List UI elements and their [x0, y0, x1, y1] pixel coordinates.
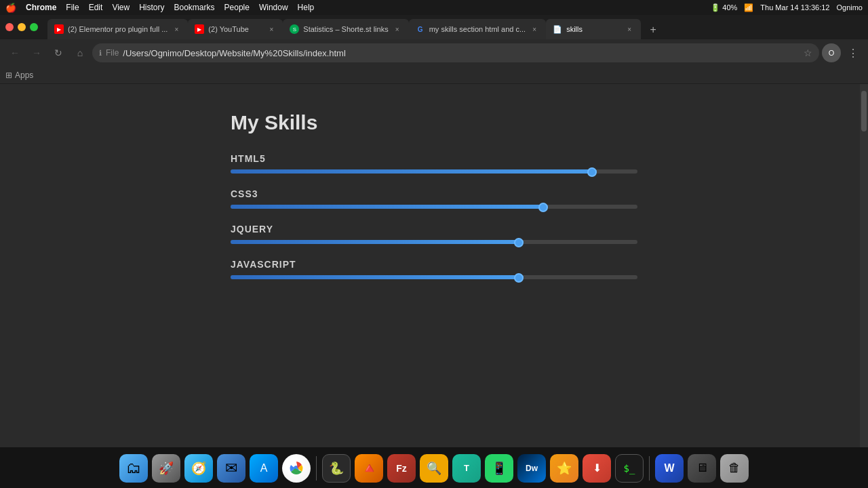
dock-item-launchpad[interactable]: 🚀	[152, 454, 180, 483]
menu-bookmarks[interactable]: Bookmarks	[174, 3, 215, 12]
page-inner: My Skills HTML5CSS3JQUERYJAVASCRIPT	[231, 111, 637, 279]
reload-button[interactable]: ↻	[49, 43, 68, 62]
dock-item-finderon[interactable]: 🔍	[420, 454, 448, 483]
skill-name-html5: HTML5	[231, 153, 637, 164]
tab-skills-active[interactable]: 📄 skills ×	[546, 19, 641, 39]
dock-item-filezilla[interactable]: Fz	[387, 454, 416, 483]
scrollbar[interactable]	[860, 84, 868, 447]
menu-edit[interactable]: Edit	[89, 3, 103, 12]
page-content: My Skills HTML5CSS3JQUERYJAVASCRIPT	[0, 84, 868, 447]
skill-item-html5: HTML5	[231, 153, 637, 174]
skill-bar-fill-html5	[231, 169, 597, 174]
dock-item-finder[interactable]: 🗂	[119, 454, 148, 483]
traffic-lights	[5, 23, 38, 31]
tab-favicon-yt1: ▶	[54, 24, 64, 34]
dock-item-chrome[interactable]	[282, 454, 311, 483]
dock-item-mail[interactable]: ✉	[217, 454, 245, 483]
protocol-label: File	[106, 48, 119, 58]
bookmarks-bar: ⊞ Apps	[0, 66, 868, 84]
security-icon: ℹ	[99, 49, 102, 58]
apps-label[interactable]: Apps	[15, 70, 33, 80]
dock-item-dreamweaver[interactable]: Dw	[517, 454, 546, 483]
tab-statistics[interactable]: S Statistics – Shorte.st links ×	[283, 19, 408, 39]
tab-close-elementor[interactable]: ×	[172, 24, 181, 34]
bookmark-star-icon[interactable]: ☆	[804, 47, 812, 58]
menu-chrome[interactable]: Chrome	[26, 3, 56, 12]
skill-item-javascript: JAVASCRIPT	[231, 259, 637, 279]
menu-bar-left: 🍎 Chrome File Edit View History Bookmark…	[5, 3, 700, 13]
home-button[interactable]: ⌂	[71, 43, 90, 62]
tab-close-myskills-google[interactable]: ×	[530, 24, 539, 34]
dock-item-torrent[interactable]: ⬇	[583, 454, 611, 483]
chrome-window: ▶ (2) Elementor pro plugin full ... × ▶ …	[0, 15, 868, 447]
skill-bar-container-javascript	[231, 275, 637, 279]
skill-bar-container-jquery	[231, 240, 637, 244]
apps-grid-icon: ⊞	[5, 70, 12, 80]
dock-item-tether[interactable]: T	[452, 454, 481, 483]
back-button[interactable]: ←	[5, 43, 24, 62]
scrollbar-thumb[interactable]	[861, 91, 867, 131]
tab-title-statistics: Statistics – Shorte.st links	[303, 25, 388, 33]
dock-item-appstore[interactable]: A	[250, 454, 278, 483]
skill-bar-fill-css3	[231, 205, 548, 209]
menu-history[interactable]: History	[139, 3, 164, 12]
menu-people[interactable]: People	[224, 3, 250, 12]
menu-view[interactable]: View	[112, 3, 130, 12]
dock-item-serpent[interactable]: 🐍	[322, 454, 351, 483]
tab-youtube[interactable]: ▶ (2) YouTube ×	[188, 19, 283, 39]
menubar-wifi: 📶	[744, 3, 753, 12]
tab-favicon-short: S	[290, 24, 299, 34]
tab-close-statistics[interactable]: ×	[393, 24, 402, 34]
dock-item-word[interactable]: W	[655, 454, 684, 483]
skill-bar-container-html5	[231, 169, 637, 174]
menubar-battery: 🔋 40%	[711, 3, 737, 12]
url-display[interactable]: /Users/Ognimo/Desktop/Website/My%20Skill…	[123, 48, 800, 58]
skill-bar-container-css3	[231, 205, 637, 209]
menu-bar-right: 🔋 40% 📶 Thu Mar 14 13:36:12 Ognimo	[711, 3, 863, 12]
dock-item-screen[interactable]: 🖥	[688, 454, 716, 483]
skills-container: HTML5CSS3JQUERYJAVASCRIPT	[231, 153, 637, 279]
tab-title-elementor: (2) Elementor pro plugin full ...	[68, 25, 167, 33]
dock-separator-2	[649, 456, 650, 481]
menubar-time: Thu Mar 14 13:36:12	[760, 3, 829, 12]
page-title: My Skills	[231, 111, 637, 134]
tab-favicon-yt2: ▶	[195, 24, 204, 34]
dock-item-trash[interactable]: 🗑	[720, 454, 749, 483]
menu-file[interactable]: File	[66, 3, 79, 12]
skill-item-css3: CSS3	[231, 188, 637, 209]
dock-separator	[316, 456, 317, 481]
tab-close-youtube[interactable]: ×	[267, 24, 276, 34]
tab-myskills-google[interactable]: G my skills section html and c... ×	[409, 19, 546, 39]
skill-name-css3: CSS3	[231, 188, 637, 199]
address-bar: ← → ↻ ⌂ ℹ File /Users/Ognimo/Desktop/Web…	[0, 39, 868, 66]
fullscreen-window-button[interactable]	[30, 23, 38, 31]
dock-item-whatsapp[interactable]: 📱	[485, 454, 513, 483]
tab-title-youtube: (2) YouTube	[208, 25, 262, 33]
menu-window[interactable]: Window	[259, 3, 288, 12]
dock-item-terminal[interactable]: $_	[615, 454, 644, 483]
tab-close-skills[interactable]: ×	[625, 24, 634, 34]
forward-button[interactable]: →	[27, 43, 46, 62]
dock-item-istar[interactable]: ⭐	[550, 454, 578, 483]
tab-favicon-google: G	[416, 24, 425, 34]
dock: 🗂 🚀 🧭 ✉ A 🐍 🔺 Fz 🔍 T 📱 Dw ⭐ ⬇ $_ W 🖥 🗑	[0, 447, 868, 488]
tab-bar: ▶ (2) Elementor pro plugin full ... × ▶ …	[0, 15, 868, 39]
address-input-container[interactable]: ℹ File /Users/Ognimo/Desktop/Website/My%…	[92, 43, 819, 62]
chrome-menu-button[interactable]: ⋮	[844, 43, 863, 62]
apple-menu[interactable]: 🍎	[5, 3, 16, 13]
skill-name-jquery: JQUERY	[231, 224, 637, 235]
profile-button[interactable]: O	[822, 43, 841, 62]
tab-title-myskills-google: my skills section html and c...	[429, 25, 526, 33]
minimize-window-button[interactable]	[18, 23, 26, 31]
new-tab-button[interactable]: +	[644, 20, 663, 39]
tab-elementor[interactable]: ▶ (2) Elementor pro plugin full ... ×	[47, 19, 188, 39]
skill-name-javascript: JAVASCRIPT	[231, 259, 637, 270]
skill-bar-fill-jquery	[231, 240, 524, 244]
dock-item-vlc[interactable]: 🔺	[355, 454, 383, 483]
skill-item-jquery: JQUERY	[231, 224, 637, 244]
menu-help[interactable]: Help	[298, 3, 315, 12]
tab-favicon-skills: 📄	[553, 24, 562, 34]
menubar-user: Ognimo	[836, 3, 863, 12]
close-window-button[interactable]	[5, 23, 14, 31]
dock-item-safari[interactable]: 🧭	[184, 454, 213, 483]
